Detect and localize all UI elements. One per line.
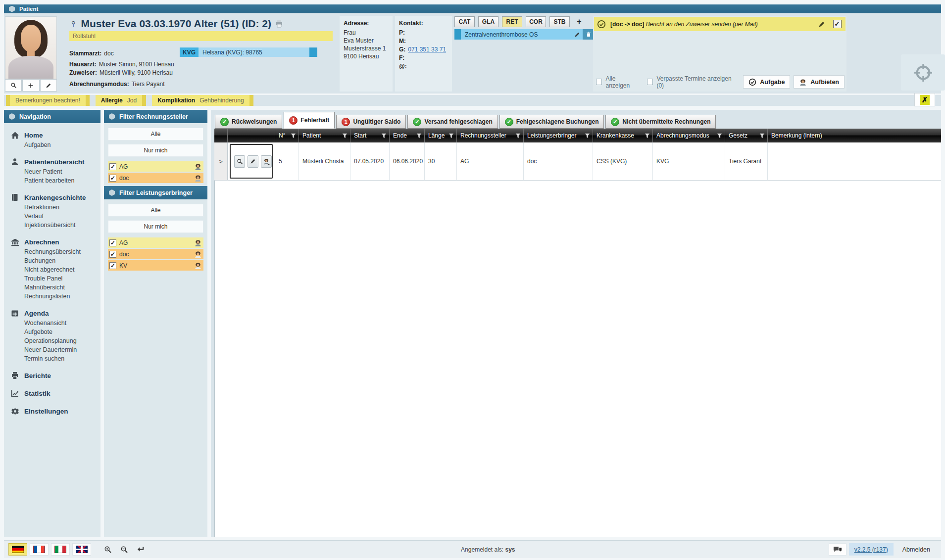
aufgabe-button[interactable]: Aufgabe — [743, 75, 790, 89]
photo-edit-button[interactable] — [40, 79, 57, 92]
nav-item-verlauf[interactable]: Verlauf — [24, 212, 99, 221]
nav-group-einstellungen[interactable]: Einstellungen — [10, 406, 99, 417]
filter-le-row-doc[interactable]: ✓ doc — [108, 249, 203, 259]
nav-item-mahnuebersicht[interactable]: Mahnübersicht — [24, 283, 99, 292]
language-german-button[interactable] — [8, 543, 27, 556]
checkbox-checked[interactable]: ✓ — [109, 175, 116, 182]
nav-item-neuer-dauertermin[interactable]: Neuer Dauertermin — [24, 345, 99, 354]
filter-funnel-icon[interactable] — [342, 133, 348, 139]
nav-item-trouble-panel[interactable]: Trouble Panel — [24, 274, 99, 283]
nav-group-krankengeschichte[interactable]: Krankengeschichte — [10, 192, 99, 203]
col-leistungserbringer[interactable]: Leistungserbringer — [524, 129, 593, 142]
missed-appointments-checkbox[interactable] — [647, 79, 653, 85]
aufbieten-button[interactable]: Aufbieten — [794, 75, 845, 89]
tab-ret[interactable]: RET — [502, 16, 522, 27]
tab-fehlgeschlagene-buchungen[interactable]: ✓ Fehlgeschlagene Buchungen — [499, 115, 604, 129]
filter-le-row-ag[interactable]: ✓ AG — [108, 237, 203, 248]
filter-funnel-icon[interactable] — [448, 133, 454, 139]
row-expander-button[interactable]: > — [214, 142, 228, 180]
nav-item-aufgaben[interactable]: Aufgaben — [24, 140, 99, 149]
language-english-button[interactable] — [72, 543, 91, 556]
nav-group-home[interactable]: Home — [10, 130, 99, 140]
table-row[interactable]: > 5 Müsterli Christa 07.05.2020 06.06.2 — [214, 142, 941, 181]
tab-cat[interactable]: CAT — [454, 16, 475, 27]
diagnosis-edit-button[interactable] — [572, 29, 583, 40]
filter-funnel-icon[interactable] — [717, 133, 722, 139]
nav-item-nicht-abgerechnet[interactable]: Nicht abgerechnet — [24, 265, 99, 274]
version-link-box[interactable]: v2.2.5 (r137) — [849, 543, 894, 556]
logout-button[interactable]: Abmelden — [896, 543, 937, 556]
tab-cor[interactable]: COR — [526, 16, 546, 27]
row-open-button[interactable] — [234, 155, 245, 168]
nav-item-patient-bearbeiten[interactable]: Patient bearbeiten — [24, 176, 99, 185]
col-laenge[interactable]: Länge — [425, 129, 457, 142]
col-rechnungssteller[interactable]: Rechnungssteller — [457, 129, 524, 142]
nav-group-agenda[interactable]: Agenda — [10, 308, 99, 319]
filter-rs-alle-button[interactable]: Alle — [108, 128, 203, 140]
filter-le-row-kv[interactable]: ✓ KV — [108, 260, 203, 271]
filter-funnel-icon[interactable] — [645, 133, 650, 139]
col-bemerkung[interactable]: Bemerkung (intern) — [768, 129, 941, 142]
checkbox-checked[interactable]: ✓ — [109, 251, 116, 258]
col-krankenkasse[interactable]: Krankenkasse — [593, 129, 653, 142]
row-patient-button[interactable] — [261, 155, 272, 168]
nav-item-rechnungsuebersicht[interactable]: Rechnungsübersicht — [24, 247, 99, 256]
nav-group-patientenuebersicht[interactable]: Patientenübersicht — [10, 156, 99, 167]
remark-segment[interactable]: Bemerkungen beachten! — [6, 95, 90, 106]
filter-funnel-icon[interactable] — [381, 133, 387, 139]
col-nr[interactable]: N° — [275, 129, 299, 142]
diagnosis-row[interactable]: Zentralvenenthrombose OS — [454, 29, 594, 40]
tab-rueckweisungen[interactable]: ✓ Rückweisungen — [215, 115, 282, 129]
todo-banner[interactable]: [doc -> doc] Bericht an den Zuweiser sen… — [594, 17, 846, 31]
language-italian-button[interactable] — [51, 543, 70, 556]
language-french-button[interactable] — [30, 543, 49, 556]
col-abrechnungsmodus[interactable]: Abrechnungsmodus — [653, 129, 725, 142]
filter-funnel-icon[interactable] — [291, 133, 296, 139]
col-patient[interactable]: Patient — [299, 129, 350, 142]
filter-le-alle-button[interactable]: Alle — [108, 204, 203, 217]
nav-item-refraktionen[interactable]: Refraktionen — [24, 203, 99, 212]
col-gesetz[interactable]: Gesetz — [725, 129, 768, 142]
nav-item-aufgebote[interactable]: Aufgebote — [24, 327, 99, 336]
tab-gla[interactable]: GLA — [478, 16, 498, 27]
phone-link[interactable]: 071 351 33 71 — [408, 46, 446, 54]
zoom-in-button[interactable] — [101, 543, 115, 556]
nav-item-termin-suchen[interactable]: Termin suchen — [24, 354, 99, 363]
filter-rs-row-ag[interactable]: ✓ AG — [108, 161, 203, 172]
filter-rs-row-doc[interactable]: ✓ doc — [108, 173, 203, 183]
nav-group-statistik[interactable]: Statistik — [10, 388, 99, 399]
nav-group-berichte[interactable]: Berichte — [10, 370, 99, 381]
filter-le-nurmich-button[interactable]: Nur mich — [108, 220, 203, 233]
tab-ungueltiger-saldo[interactable]: 1 Ungültiger Saldo — [336, 115, 406, 129]
patient-note-bar[interactable]: Rollstuhl — [69, 31, 333, 41]
nav-item-buchungen[interactable]: Buchungen — [24, 256, 99, 265]
filter-funnel-icon[interactable] — [416, 133, 422, 139]
filter-rs-nurmich-button[interactable]: Nur mich — [108, 144, 203, 157]
crosshair-widget[interactable] — [901, 54, 945, 91]
nav-item-neuer-patient[interactable]: Neuer Patient — [24, 167, 99, 176]
nav-item-operationsplanung[interactable]: Operationsplanung — [24, 336, 99, 345]
photo-add-button[interactable] — [22, 79, 39, 92]
remark-segment[interactable]: Allergie Jod — [96, 95, 146, 106]
show-all-checkbox[interactable] — [596, 79, 602, 85]
todo-done-button[interactable]: ✓ — [832, 19, 843, 30]
photo-search-button[interactable] — [5, 79, 22, 92]
col-start[interactable]: Start — [350, 129, 390, 142]
todo-edit-button[interactable] — [816, 19, 827, 30]
tab-stb[interactable]: STB — [549, 16, 570, 27]
col-ende[interactable]: Ende — [390, 129, 425, 142]
remark-segment[interactable]: Komplikation Gehbehinderung — [152, 95, 253, 106]
checkbox-checked[interactable]: ✓ — [109, 239, 116, 246]
diagnosis-delete-button[interactable] — [583, 29, 594, 40]
nav-item-rechnungslisten[interactable]: Rechnungslisten — [24, 292, 99, 301]
feedback-button[interactable] — [829, 543, 846, 556]
zoom-out-button[interactable] — [117, 543, 131, 556]
print-icon[interactable] — [275, 20, 284, 28]
patient-photo[interactable] — [5, 16, 57, 79]
checkbox-checked[interactable]: ✓ — [109, 163, 116, 170]
version-link[interactable]: v2.2.5 (r137) — [854, 546, 888, 553]
filter-funnel-icon[interactable] — [585, 133, 590, 139]
tab-fehlerhaft[interactable]: 1 Fehlerhaft — [284, 112, 335, 129]
checkbox-checked[interactable]: ✓ — [109, 262, 116, 269]
tab-versand-fehlgeschlagen[interactable]: ✓ Versand fehlgeschlagen — [407, 115, 497, 129]
